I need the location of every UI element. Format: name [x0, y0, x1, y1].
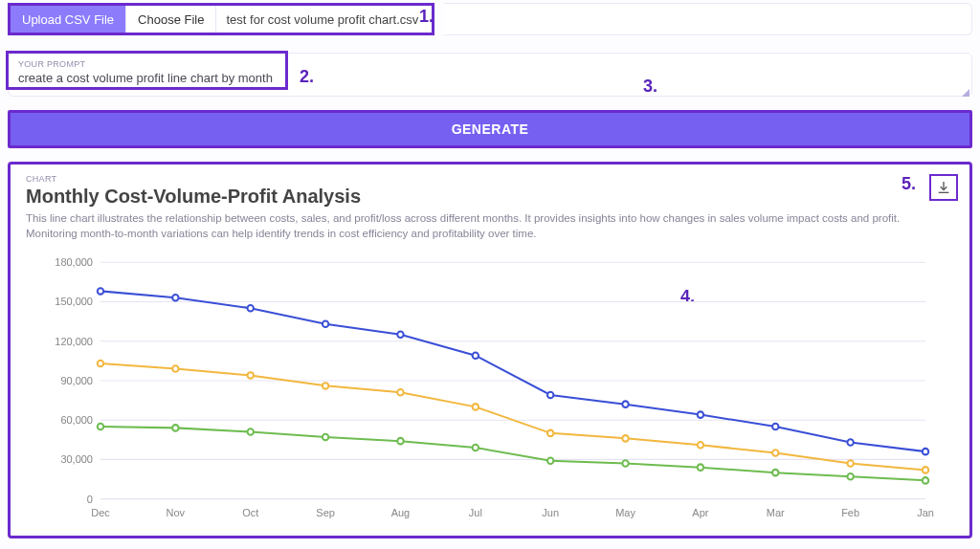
generate-button-wrap: GENERATE: [8, 110, 972, 148]
svg-point-27: [172, 295, 178, 300]
file-row-remainder: [444, 3, 972, 35]
svg-text:Aug: Aug: [391, 507, 411, 518]
svg-point-52: [248, 428, 254, 434]
svg-text:Apr: Apr: [692, 507, 708, 518]
svg-point-51: [172, 425, 178, 430]
svg-point-38: [98, 361, 103, 366]
svg-point-55: [473, 445, 479, 450]
svg-point-53: [323, 434, 328, 440]
svg-point-45: [622, 435, 628, 441]
prompt-field[interactable]: YOUR PROMPT: [8, 53, 972, 97]
svg-point-40: [248, 372, 254, 378]
file-upload-row: Upload CSV File Choose File test for cos…: [8, 3, 972, 35]
svg-text:180,000: 180,000: [55, 256, 93, 268]
file-upload-box: Upload CSV File Choose File test for cos…: [8, 3, 434, 35]
svg-point-26: [98, 288, 103, 294]
svg-point-57: [622, 460, 628, 466]
selected-filename: test for cost volume profit chart.csv: [215, 6, 432, 33]
chart-title: Monthly Cost-Volume-Profit Analysis: [26, 186, 954, 208]
svg-text:150,000: 150,000: [55, 296, 93, 307]
svg-text:Oct: Oct: [242, 507, 258, 518]
chart-panel: CHART Monthly Cost-Volume-Profit Analysi…: [8, 162, 972, 538]
chart-description: This line chart illustrates the relation…: [26, 211, 954, 241]
svg-text:Dec: Dec: [91, 507, 110, 518]
svg-point-49: [923, 467, 928, 472]
svg-text:Jul: Jul: [469, 507, 482, 518]
svg-text:Sep: Sep: [316, 507, 335, 518]
chart-tag-label: CHART: [26, 174, 954, 184]
svg-point-46: [698, 442, 703, 448]
annotation-2: 2.: [300, 67, 314, 87]
svg-text:30,000: 30,000: [60, 453, 93, 465]
svg-text:Jan: Jan: [917, 507, 934, 518]
svg-text:120,000: 120,000: [55, 336, 93, 347]
upload-csv-button[interactable]: Upload CSV File: [11, 6, 125, 33]
svg-point-61: [923, 477, 928, 483]
svg-text:Mar: Mar: [767, 507, 785, 518]
download-icon: [936, 180, 951, 195]
svg-text:0: 0: [87, 494, 93, 505]
svg-point-60: [847, 473, 853, 479]
annotation-1: 1.: [419, 7, 434, 27]
svg-point-33: [622, 401, 628, 406]
svg-point-34: [698, 411, 703, 417]
svg-text:90,000: 90,000: [60, 375, 93, 386]
svg-point-36: [847, 439, 853, 445]
prompt-input[interactable]: [18, 71, 962, 85]
generate-button[interactable]: GENERATE: [11, 113, 969, 145]
svg-point-59: [772, 470, 778, 475]
svg-point-56: [547, 458, 553, 464]
svg-text:Nov: Nov: [167, 507, 186, 518]
svg-point-42: [397, 389, 403, 395]
svg-point-58: [698, 464, 703, 470]
svg-point-35: [772, 424, 778, 429]
svg-text:Jun: Jun: [542, 507, 559, 518]
svg-point-39: [172, 365, 178, 371]
svg-point-47: [772, 450, 778, 455]
svg-point-37: [923, 449, 928, 454]
svg-point-28: [248, 305, 254, 311]
prompt-label: YOUR PROMPT: [18, 59, 962, 69]
svg-point-54: [397, 438, 403, 444]
svg-point-44: [547, 430, 553, 436]
svg-point-31: [473, 353, 479, 359]
svg-point-30: [397, 332, 403, 338]
svg-text:Feb: Feb: [841, 507, 859, 518]
annotation-5: 5.: [902, 174, 916, 194]
svg-point-43: [473, 404, 479, 409]
svg-text:60,000: 60,000: [60, 414, 93, 426]
svg-text:May: May: [615, 507, 635, 518]
svg-point-29: [323, 321, 328, 327]
choose-file-button[interactable]: Choose File: [125, 6, 215, 33]
svg-point-32: [547, 392, 553, 398]
chart-plot-area: 030,00060,00090,000120,000150,000180,000…: [45, 253, 945, 524]
annotation-3: 3.: [643, 77, 657, 97]
svg-point-50: [98, 424, 103, 429]
svg-point-41: [323, 383, 328, 388]
resize-handle-icon[interactable]: [960, 87, 969, 97]
download-chart-button[interactable]: [929, 174, 958, 201]
svg-point-48: [847, 460, 853, 466]
